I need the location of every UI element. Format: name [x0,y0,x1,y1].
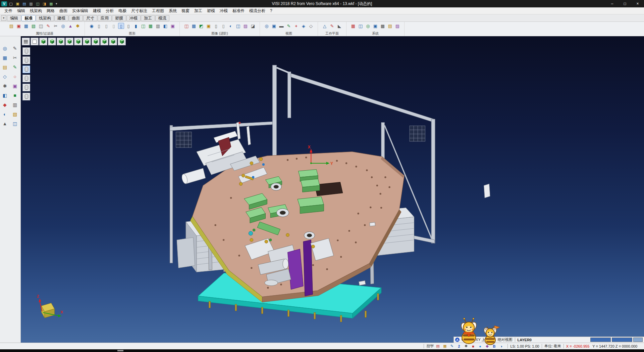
cut-filter-icon[interactable]: ✂ [53,23,59,29]
display-filter-wireframe-button[interactable] [22,75,30,82]
orbit-view-icon[interactable]: ◇ [308,23,314,29]
menubar-item[interactable]: 冲模 [217,7,230,14]
tab-dropdown-icon[interactable]: ▾ [1,15,6,21]
attribute-brush-icon[interactable]: ✎ [45,23,51,29]
mascot-right[interactable]: W W [483,325,500,345]
zoom-extents-icon[interactable]: ◎ [264,23,270,29]
iso-sw-view-button[interactable] [109,38,117,45]
shaded-edges-icon[interactable]: ▯ [118,23,124,29]
hatch-settings-icon[interactable]: ▩ [380,23,386,29]
center-view-icon[interactable]: + [293,23,299,29]
ribbon-tab[interactable]: 塑膜 [112,15,126,21]
ghost-mode-icon[interactable]: ▯ [125,23,131,29]
snap-grid-icon[interactable]: ▦ [2,54,8,61]
filter-settings-icon[interactable]: ✱ [75,23,81,29]
lighting-icon[interactable]: ▣ [206,23,212,29]
display-filter-hidden-button[interactable] [22,93,30,100]
menubar-item[interactable]: 加工 [192,7,205,14]
visi-logo[interactable]: V [1,1,7,6]
named-view-icon[interactable]: ◈ [301,23,307,29]
shadow-icon[interactable]: ▯ [213,23,219,29]
report-icon[interactable]: ▨ [394,23,400,29]
grid-config-icon[interactable]: ▤ [387,23,393,29]
top-view-button[interactable] [48,38,56,45]
zoom-tool-icon[interactable]: ◎ [2,45,8,52]
active-layer-label[interactable]: LAYER0 [518,338,532,342]
blank-view-button[interactable] [31,38,39,45]
save-file-icon[interactable]: ▤ [21,1,27,6]
annotate-view-icon[interactable]: ✎ [286,23,292,29]
zoom-window-icon[interactable]: ▣ [271,23,277,29]
wireframe-mode-icon[interactable]: ▯ [96,23,102,29]
workplane-edit-icon[interactable]: ✎ [329,23,335,29]
mask-filter-icon[interactable]: ◫ [38,23,44,29]
grid-toggle-icon[interactable]: ▦ [442,344,447,349]
ribbon-tab[interactable]: 标准 [21,15,36,21]
menubar-item[interactable]: 工程图 [150,7,166,14]
quick-select-icon[interactable]: ◎ [60,23,66,29]
window-tool-icon[interactable]: ◫ [12,120,18,127]
arrow-tool-icon[interactable]: ▲ [2,120,8,127]
hatch-tool-icon[interactable]: ▧ [12,111,18,118]
iso-ne-view-button[interactable] [100,38,108,45]
taskbar-chip[interactable] [117,350,123,351]
new-file-icon[interactable]: ▢ [8,1,14,6]
system-monitor-icon[interactable]: ◫ [358,23,364,29]
model-viewport[interactable]: X Y Z X [21,36,644,343]
ribbon-tab[interactable]: 加工 [141,15,155,21]
plot-preview-icon[interactable]: ◫ [35,1,41,6]
menubar-item[interactable]: 建模 [91,7,103,14]
units-label[interactable]: 单位: 毫米 [544,344,561,349]
ribbon-tab[interactable]: 尺寸 [83,15,97,21]
color-filter-icon[interactable]: ▣ [16,23,22,29]
workplane-3pt-icon[interactable]: ◣ [336,23,342,29]
menubar-item[interactable]: 网格 [44,7,57,14]
color-table-icon[interactable]: ▦ [350,23,356,29]
window-config-icon[interactable]: ▣ [372,23,378,29]
hidden-line-icon[interactable]: ▯ [103,23,109,29]
menubar-item[interactable]: 编辑 [15,7,28,14]
select-tool-icon[interactable]: ✎ [12,45,18,52]
menubar-item[interactable]: 模流分析 [247,7,268,14]
graphics-area[interactable]: X Y Z X [21,36,644,343]
back-view-button[interactable] [74,38,82,45]
monitor-icon[interactable]: ◫ [235,23,241,29]
menubar-item[interactable]: 曲面 [57,7,70,14]
selection-mask-icon[interactable]: ▲ [67,23,73,29]
floating-part[interactable] [484,184,490,198]
menubar-item[interactable]: 标准件 [230,7,247,14]
mirror-tool-icon[interactable]: ◧ [2,92,8,99]
contrast-icon[interactable]: ◐ [228,23,234,29]
display-list-button[interactable] [22,38,30,45]
menubar-item[interactable]: 实体编辑 [70,7,91,14]
rotate-view-button[interactable] [118,38,126,45]
close-button[interactable]: × [631,0,644,7]
type-filter-icon[interactable]: ▧ [31,23,37,29]
mode-label[interactable]: 控宇 [426,344,434,349]
material-editor-icon[interactable]: ▦ [191,23,197,29]
edit-mode-icon[interactable]: ✎ [449,344,454,349]
menubar-item[interactable]: 分析 [103,7,116,14]
minimize-button[interactable]: – [606,0,619,7]
shade-tool-icon[interactable]: ◐ [2,111,8,118]
front-view-button[interactable] [65,38,73,45]
print-icon[interactable]: ▥ [28,1,34,6]
ribbon-tab[interactable]: 模流 [155,15,169,21]
layer-color-swatch[interactable] [612,338,632,342]
assistant-mascots[interactable]: W W [455,316,506,349]
workplane-xy-icon[interactable]: △ [322,23,328,29]
settings-tool-icon[interactable]: ✱ [2,83,8,89]
move-tool-icon[interactable]: ◇ [2,73,8,80]
maximize-button[interactable]: □ [619,0,631,7]
menubar-item[interactable]: ? [268,8,275,14]
display-filter-points-button[interactable] [22,84,30,91]
notebook-tool-icon[interactable]: ▣ [12,83,18,89]
texture-map-icon[interactable]: ◩ [198,23,204,29]
menubar-item[interactable]: 尺寸标注 [129,7,150,14]
display-filter-solids-button[interactable] [22,56,30,64]
menubar-item[interactable]: 电极 [116,7,129,14]
left-view-button[interactable] [83,38,91,45]
redraw-icon[interactable]: ◉ [89,23,95,29]
ribbon-tab[interactable]: 冲模 [126,15,141,21]
menubar-item[interactable]: 系统 [166,7,179,14]
